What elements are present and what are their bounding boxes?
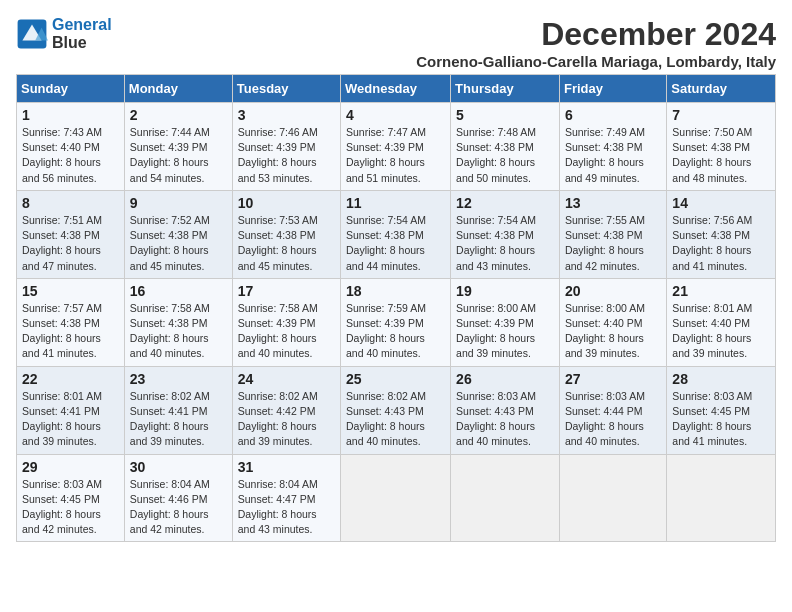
day-info: Sunrise: 7:46 AM Sunset: 4:39 PM Dayligh…: [238, 125, 335, 186]
calendar-cell: 5 Sunrise: 7:48 AM Sunset: 4:38 PM Dayli…: [451, 103, 560, 191]
day-info: Sunrise: 7:47 AM Sunset: 4:39 PM Dayligh…: [346, 125, 445, 186]
day-number: 20: [565, 283, 661, 299]
day-info: Sunrise: 8:03 AM Sunset: 4:44 PM Dayligh…: [565, 389, 661, 450]
day-info: Sunrise: 7:58 AM Sunset: 4:38 PM Dayligh…: [130, 301, 227, 362]
day-info: Sunrise: 8:03 AM Sunset: 4:45 PM Dayligh…: [22, 477, 119, 538]
day-number: 13: [565, 195, 661, 211]
calendar-cell: 6 Sunrise: 7:49 AM Sunset: 4:38 PM Dayli…: [559, 103, 666, 191]
calendar-cell: 9 Sunrise: 7:52 AM Sunset: 4:38 PM Dayli…: [124, 190, 232, 278]
title-area: December 2024 Corneno-Galliano-Carella M…: [416, 16, 776, 70]
calendar-week-row: 8 Sunrise: 7:51 AM Sunset: 4:38 PM Dayli…: [17, 190, 776, 278]
day-info: Sunrise: 8:01 AM Sunset: 4:40 PM Dayligh…: [672, 301, 770, 362]
day-number: 5: [456, 107, 554, 123]
day-info: Sunrise: 7:48 AM Sunset: 4:38 PM Dayligh…: [456, 125, 554, 186]
day-number: 10: [238, 195, 335, 211]
calendar-week-row: 15 Sunrise: 7:57 AM Sunset: 4:38 PM Dayl…: [17, 278, 776, 366]
header-friday: Friday: [559, 75, 666, 103]
day-number: 24: [238, 371, 335, 387]
calendar-cell: [667, 454, 776, 542]
calendar-cell: 30 Sunrise: 8:04 AM Sunset: 4:46 PM Dayl…: [124, 454, 232, 542]
day-info: Sunrise: 7:51 AM Sunset: 4:38 PM Dayligh…: [22, 213, 119, 274]
day-info: Sunrise: 8:02 AM Sunset: 4:42 PM Dayligh…: [238, 389, 335, 450]
calendar-table: Sunday Monday Tuesday Wednesday Thursday…: [16, 74, 776, 542]
day-number: 3: [238, 107, 335, 123]
day-info: Sunrise: 8:00 AM Sunset: 4:40 PM Dayligh…: [565, 301, 661, 362]
day-number: 29: [22, 459, 119, 475]
calendar-cell: 18 Sunrise: 7:59 AM Sunset: 4:39 PM Dayl…: [341, 278, 451, 366]
location-subtitle: Corneno-Galliano-Carella Mariaga, Lombar…: [416, 53, 776, 70]
day-info: Sunrise: 7:49 AM Sunset: 4:38 PM Dayligh…: [565, 125, 661, 186]
calendar-cell: 24 Sunrise: 8:02 AM Sunset: 4:42 PM Dayl…: [232, 366, 340, 454]
calendar-week-row: 22 Sunrise: 8:01 AM Sunset: 4:41 PM Dayl…: [17, 366, 776, 454]
calendar-cell: 15 Sunrise: 7:57 AM Sunset: 4:38 PM Dayl…: [17, 278, 125, 366]
day-number: 22: [22, 371, 119, 387]
calendar-cell: 25 Sunrise: 8:02 AM Sunset: 4:43 PM Dayl…: [341, 366, 451, 454]
day-number: 31: [238, 459, 335, 475]
day-info: Sunrise: 7:43 AM Sunset: 4:40 PM Dayligh…: [22, 125, 119, 186]
header-wednesday: Wednesday: [341, 75, 451, 103]
day-number: 25: [346, 371, 445, 387]
page-header: General Blue December 2024 Corneno-Galli…: [16, 16, 776, 70]
day-number: 11: [346, 195, 445, 211]
day-number: 6: [565, 107, 661, 123]
header-monday: Monday: [124, 75, 232, 103]
calendar-cell: 4 Sunrise: 7:47 AM Sunset: 4:39 PM Dayli…: [341, 103, 451, 191]
day-info: Sunrise: 7:44 AM Sunset: 4:39 PM Dayligh…: [130, 125, 227, 186]
calendar-cell: 22 Sunrise: 8:01 AM Sunset: 4:41 PM Dayl…: [17, 366, 125, 454]
day-number: 16: [130, 283, 227, 299]
day-info: Sunrise: 8:04 AM Sunset: 4:47 PM Dayligh…: [238, 477, 335, 538]
calendar-cell: 20 Sunrise: 8:00 AM Sunset: 4:40 PM Dayl…: [559, 278, 666, 366]
day-info: Sunrise: 7:53 AM Sunset: 4:38 PM Dayligh…: [238, 213, 335, 274]
day-number: 19: [456, 283, 554, 299]
day-info: Sunrise: 7:58 AM Sunset: 4:39 PM Dayligh…: [238, 301, 335, 362]
day-info: Sunrise: 8:03 AM Sunset: 4:45 PM Dayligh…: [672, 389, 770, 450]
day-number: 18: [346, 283, 445, 299]
day-info: Sunrise: 7:59 AM Sunset: 4:39 PM Dayligh…: [346, 301, 445, 362]
day-info: Sunrise: 7:56 AM Sunset: 4:38 PM Dayligh…: [672, 213, 770, 274]
day-info: Sunrise: 8:03 AM Sunset: 4:43 PM Dayligh…: [456, 389, 554, 450]
day-number: 7: [672, 107, 770, 123]
calendar-cell: 1 Sunrise: 7:43 AM Sunset: 4:40 PM Dayli…: [17, 103, 125, 191]
header-sunday: Sunday: [17, 75, 125, 103]
logo: General Blue: [16, 16, 112, 52]
calendar-cell: 3 Sunrise: 7:46 AM Sunset: 4:39 PM Dayli…: [232, 103, 340, 191]
calendar-cell: [341, 454, 451, 542]
day-info: Sunrise: 8:04 AM Sunset: 4:46 PM Dayligh…: [130, 477, 227, 538]
day-number: 14: [672, 195, 770, 211]
calendar-cell: 16 Sunrise: 7:58 AM Sunset: 4:38 PM Dayl…: [124, 278, 232, 366]
day-number: 1: [22, 107, 119, 123]
day-info: Sunrise: 8:01 AM Sunset: 4:41 PM Dayligh…: [22, 389, 119, 450]
header-tuesday: Tuesday: [232, 75, 340, 103]
month-year-title: December 2024: [416, 16, 776, 53]
day-number: 2: [130, 107, 227, 123]
day-info: Sunrise: 7:54 AM Sunset: 4:38 PM Dayligh…: [346, 213, 445, 274]
day-info: Sunrise: 7:57 AM Sunset: 4:38 PM Dayligh…: [22, 301, 119, 362]
day-number: 26: [456, 371, 554, 387]
calendar-cell: 21 Sunrise: 8:01 AM Sunset: 4:40 PM Dayl…: [667, 278, 776, 366]
calendar-cell: 29 Sunrise: 8:03 AM Sunset: 4:45 PM Dayl…: [17, 454, 125, 542]
calendar-cell: 2 Sunrise: 7:44 AM Sunset: 4:39 PM Dayli…: [124, 103, 232, 191]
calendar-cell: 13 Sunrise: 7:55 AM Sunset: 4:38 PM Dayl…: [559, 190, 666, 278]
logo-name-blue: Blue: [52, 34, 112, 52]
calendar-cell: 14 Sunrise: 7:56 AM Sunset: 4:38 PM Dayl…: [667, 190, 776, 278]
calendar-cell: 27 Sunrise: 8:03 AM Sunset: 4:44 PM Dayl…: [559, 366, 666, 454]
calendar-week-row: 1 Sunrise: 7:43 AM Sunset: 4:40 PM Dayli…: [17, 103, 776, 191]
logo-text: General Blue: [52, 16, 112, 52]
calendar-cell: 28 Sunrise: 8:03 AM Sunset: 4:45 PM Dayl…: [667, 366, 776, 454]
day-info: Sunrise: 8:02 AM Sunset: 4:41 PM Dayligh…: [130, 389, 227, 450]
calendar-cell: [451, 454, 560, 542]
logo-name-general: General: [52, 16, 112, 34]
calendar-cell: [559, 454, 666, 542]
day-number: 15: [22, 283, 119, 299]
day-number: 8: [22, 195, 119, 211]
calendar-cell: 31 Sunrise: 8:04 AM Sunset: 4:47 PM Dayl…: [232, 454, 340, 542]
day-info: Sunrise: 7:54 AM Sunset: 4:38 PM Dayligh…: [456, 213, 554, 274]
calendar-week-row: 29 Sunrise: 8:03 AM Sunset: 4:45 PM Dayl…: [17, 454, 776, 542]
day-number: 30: [130, 459, 227, 475]
calendar-cell: 12 Sunrise: 7:54 AM Sunset: 4:38 PM Dayl…: [451, 190, 560, 278]
calendar-cell: 26 Sunrise: 8:03 AM Sunset: 4:43 PM Dayl…: [451, 366, 560, 454]
day-number: 17: [238, 283, 335, 299]
logo-icon: [16, 18, 48, 50]
day-info: Sunrise: 7:50 AM Sunset: 4:38 PM Dayligh…: [672, 125, 770, 186]
day-number: 27: [565, 371, 661, 387]
